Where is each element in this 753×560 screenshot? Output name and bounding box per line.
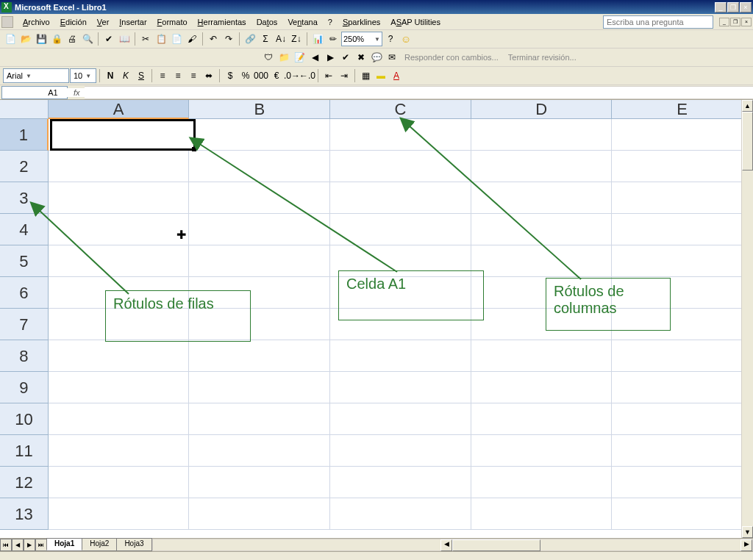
tab-last-button[interactable]: ⏭ [35,539,47,551]
bold-button[interactable]: N [103,68,118,83]
cell[interactable] [471,119,613,151]
row-header-2[interactable]: 2 [0,151,49,182]
cell[interactable] [471,435,613,467]
cell[interactable] [330,467,471,498]
row-header-4[interactable]: 4 [0,214,49,245]
tab-first-button[interactable]: ⏮ [0,539,12,551]
open-button[interactable]: 📂 [18,32,33,46]
cell[interactable] [49,309,190,340]
underline-button[interactable]: S [134,68,149,83]
help-search-input[interactable] [603,15,713,29]
align-right-button[interactable]: ≡ [186,68,201,83]
cell[interactable] [49,119,190,151]
review-reject-button[interactable]: ✖ [354,50,368,65]
cell[interactable] [471,467,613,498]
sort-asc-button[interactable]: A↓ [274,32,288,46]
align-left-button[interactable]: ≡ [155,68,170,83]
help-button[interactable]: ? [383,32,398,46]
cell[interactable] [189,498,330,530]
menu-edicion[interactable]: Edición [55,16,92,28]
review-comment-button[interactable]: 💬 [369,50,384,65]
scroll-right-button[interactable]: ▶ [740,539,752,551]
cell[interactable] [330,245,471,277]
row-header-13[interactable]: 13 [0,498,49,530]
review-accept-button[interactable]: ✔ [338,50,353,65]
cell[interactable] [49,214,190,245]
cell[interactable] [49,151,190,182]
cell[interactable] [471,245,613,277]
sheet-tab-hoja2[interactable]: Hoja2 [82,538,117,550]
comma-button[interactable]: 000 [254,68,268,83]
cell[interactable] [612,498,753,530]
cell[interactable] [189,182,330,214]
menu-herramientas[interactable]: Herramientas [193,16,251,28]
review-protect-button[interactable]: 🛡 [261,50,276,65]
review-respond-label[interactable]: Responder con cambios... [400,53,503,62]
row-header-12[interactable]: 12 [0,467,49,498]
percent-button[interactable]: % [238,68,253,83]
cell[interactable] [49,372,190,403]
doc-close-button[interactable]: × [741,18,752,26]
cell[interactable] [49,467,190,498]
cell[interactable] [471,151,613,182]
font-color-button[interactable]: A [389,68,404,83]
save-button[interactable]: 💾 [34,32,49,46]
cell[interactable] [612,435,753,467]
cell[interactable] [612,372,753,403]
copy-button[interactable]: 📋 [154,32,168,46]
menu-ayuda[interactable]: ? [323,16,338,28]
decrease-indent-button[interactable]: ⇤ [321,68,336,83]
cell[interactable] [189,467,330,498]
cell[interactable] [189,151,330,182]
cell[interactable] [471,498,613,530]
drawing-button[interactable]: ✏ [326,32,340,46]
row-header-11[interactable]: 11 [0,435,49,467]
cell[interactable] [471,277,613,309]
menu-archivo[interactable]: Archivo [18,16,55,28]
review-prev-button[interactable]: ◀ [307,50,322,65]
row-header-8[interactable]: 8 [0,340,49,372]
review-track-button[interactable]: 📝 [292,50,307,65]
cell[interactable] [612,182,753,214]
doc-minimize-button[interactable]: _ [719,18,729,26]
paste-button[interactable]: 📄 [169,32,184,46]
cell[interactable] [189,435,330,467]
chart-button[interactable]: 📊 [310,32,325,46]
cell[interactable] [49,435,190,467]
merge-center-button[interactable]: ⬌ [201,68,216,83]
doc-restore-button[interactable]: ❐ [730,18,740,26]
row-header-9[interactable]: 9 [0,372,49,403]
autosum-button[interactable]: Σ [258,32,273,46]
tab-next-button[interactable]: ▶ [24,539,35,551]
cell[interactable] [49,498,190,530]
redo-button[interactable]: ↷ [221,32,236,46]
select-all-corner[interactable] [0,100,49,119]
cell[interactable] [330,498,471,530]
row-header-1[interactable]: 1 [0,119,49,151]
cell[interactable] [612,403,753,435]
font-size-dropdown[interactable]: 10▼ [70,68,96,83]
currency-button[interactable]: $ [223,68,238,83]
cell[interactable] [330,309,471,340]
formula-input[interactable] [85,86,753,99]
cell[interactable] [330,119,471,151]
cell[interactable] [49,182,190,214]
cell[interactable] [49,245,190,277]
sheet-tab-hoja3[interactable]: Hoja3 [116,538,151,550]
cell[interactable] [471,372,613,403]
review-share-button[interactable]: 📁 [276,50,291,65]
format-painter-button[interactable]: 🖌 [185,32,199,46]
print-button[interactable]: 🖨 [65,32,79,46]
sheet-tab-hoja1[interactable]: Hoja1 [46,538,82,550]
cell[interactable] [612,340,753,372]
menu-datos[interactable]: Datos [251,16,283,28]
cell[interactable] [330,403,471,435]
column-header-a[interactable]: A [49,100,190,119]
row-header-6[interactable]: 6 [0,277,49,309]
vertical-scrollbar[interactable]: ▲ ▼ [741,100,753,538]
zoom-dropdown[interactable]: 250%▼ [341,32,382,46]
menu-asap[interactable]: ASAP Utilities [385,16,446,28]
row-header-7[interactable]: 7 [0,309,49,340]
cell[interactable] [330,182,471,214]
row-header-10[interactable]: 10 [0,403,49,435]
